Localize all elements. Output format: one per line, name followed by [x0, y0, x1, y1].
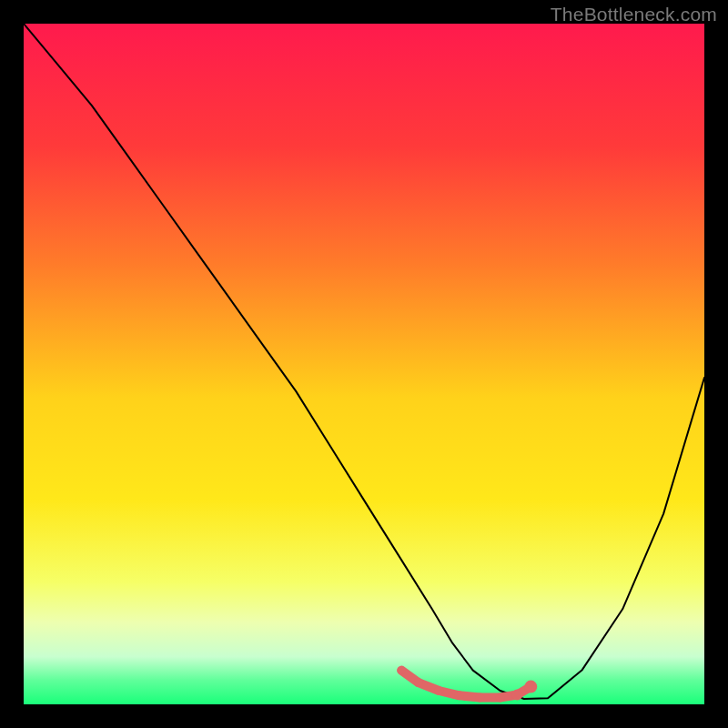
optimal-range-dot	[434, 686, 443, 695]
chart-container: TheBottleneck.com	[0, 0, 728, 728]
optimal-range-dot	[414, 678, 423, 687]
attribution-text: TheBottleneck.com	[551, 4, 717, 25]
chart-svg	[24, 24, 704, 704]
optimal-range-dot	[475, 693, 484, 703]
gradient-background	[24, 24, 704, 704]
optimal-range-dot	[398, 666, 406, 674]
optimal-range-dot	[455, 691, 464, 700]
optimal-range-dot	[524, 681, 537, 693]
plot-area	[24, 24, 704, 704]
optimal-range-dot	[511, 690, 522, 701]
optimal-range-dot	[496, 693, 505, 703]
